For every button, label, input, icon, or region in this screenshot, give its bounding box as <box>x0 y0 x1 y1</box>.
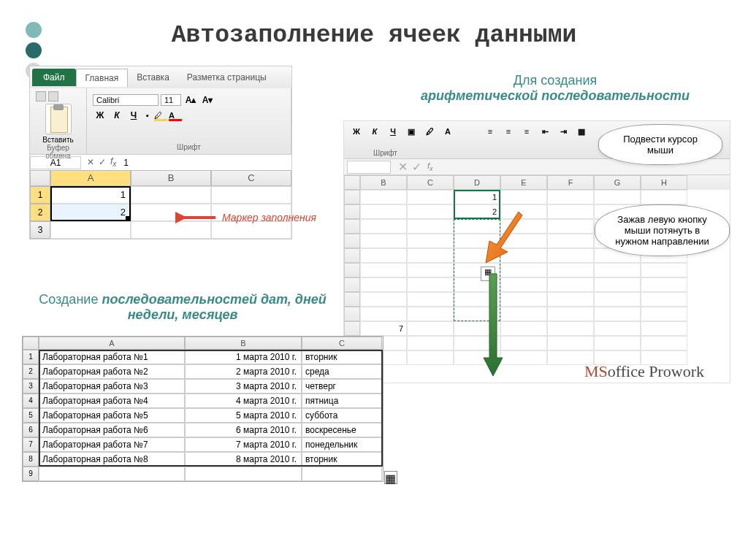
row-header[interactable] <box>344 248 360 263</box>
cut-icon[interactable] <box>36 91 46 101</box>
cell-a3[interactable] <box>50 221 131 239</box>
cell[interactable] <box>547 292 594 307</box>
row-header[interactable]: 1 <box>23 350 39 364</box>
font-name-select[interactable]: Calibri <box>93 94 159 106</box>
cell[interactable] <box>594 263 641 277</box>
col-header-b[interactable]: B <box>185 337 302 350</box>
col-header-a[interactable]: A <box>50 170 131 186</box>
cell[interactable] <box>302 467 382 481</box>
cell[interactable] <box>641 263 687 277</box>
row-header[interactable]: 4 <box>23 394 39 408</box>
cell[interactable] <box>407 234 454 248</box>
cell[interactable]: Лабораторная работа №2 <box>39 364 185 379</box>
tab-insert[interactable]: Вставка <box>128 69 178 86</box>
increase-font-icon[interactable]: A▴ <box>183 93 198 107</box>
cell[interactable]: Лабораторная работа №8 <box>39 452 185 467</box>
select-all-corner[interactable] <box>344 175 360 190</box>
cell-a2[interactable]: 2 <box>50 204 131 221</box>
cell[interactable] <box>360 263 407 277</box>
formula-bar-value[interactable]: 1 <box>123 158 129 168</box>
cell[interactable] <box>407 277 454 292</box>
cell[interactable] <box>407 321 454 336</box>
col-header-b[interactable]: B <box>131 170 211 186</box>
cell[interactable] <box>360 204 407 219</box>
cell[interactable]: пятница <box>302 394 382 408</box>
cell[interactable] <box>547 248 594 263</box>
autofill-options-icon[interactable]: ▦ <box>384 471 397 484</box>
row-header[interactable] <box>344 263 360 277</box>
col-header[interactable]: B <box>360 175 407 190</box>
col-header[interactable]: E <box>500 175 547 190</box>
select-all-corner[interactable] <box>30 170 50 186</box>
cell[interactable]: 1 <box>454 190 500 204</box>
cell[interactable]: 8 марта 2010 г. <box>185 452 302 467</box>
cell[interactable] <box>594 336 641 350</box>
cell[interactable]: вторник <box>302 452 382 467</box>
row-header[interactable] <box>344 277 360 292</box>
indent-dec-icon[interactable]: ⇤ <box>537 124 553 139</box>
row-header[interactable] <box>344 321 360 336</box>
cancel-icon[interactable]: ✕ <box>398 160 408 174</box>
cell[interactable]: воскресенье <box>302 423 382 437</box>
col-header-c[interactable]: C <box>211 170 291 186</box>
cell[interactable]: Лабораторная работа №7 <box>39 437 185 452</box>
cell[interactable] <box>39 467 185 481</box>
cell[interactable]: Лабораторная работа №1 <box>39 350 185 364</box>
fill-color-icon[interactable]: 🖊 <box>421 124 438 139</box>
cell[interactable] <box>407 248 454 263</box>
font-color-icon[interactable]: A <box>169 111 175 120</box>
cell[interactable] <box>360 307 407 321</box>
cell[interactable] <box>594 277 641 292</box>
underline-button[interactable]: Ч <box>385 124 401 139</box>
cell[interactable]: 2 марта 2010 г. <box>185 364 302 379</box>
row-header[interactable]: 7 <box>23 437 39 452</box>
cell[interactable] <box>407 190 454 204</box>
cell[interactable]: суббота <box>302 408 382 423</box>
fx-icon[interactable]: fx <box>110 156 116 168</box>
row-header[interactable]: 2 <box>23 364 39 379</box>
col-header[interactable]: C <box>407 175 454 190</box>
bold-button[interactable]: Ж <box>93 109 107 122</box>
col-header[interactable]: D <box>454 175 500 190</box>
cell[interactable] <box>547 219 594 234</box>
name-box[interactable]: A1 <box>30 156 81 169</box>
cell[interactable] <box>547 321 594 336</box>
row-header[interactable]: 8 <box>23 452 39 467</box>
enter-icon[interactable]: ✓ <box>99 157 106 167</box>
cell[interactable] <box>547 277 594 292</box>
row-header[interactable] <box>344 307 360 321</box>
paste-icon[interactable] <box>45 104 72 134</box>
cell[interactable] <box>547 263 594 277</box>
cell[interactable] <box>407 219 454 234</box>
col-header-c[interactable]: C <box>302 337 382 350</box>
cell[interactable] <box>407 204 454 219</box>
cell[interactable] <box>360 234 407 248</box>
cell[interactable]: 7 марта 2010 г. <box>185 437 302 452</box>
cell[interactable]: 6 марта 2010 г. <box>185 423 302 437</box>
cell[interactable] <box>407 263 454 277</box>
cell-a1[interactable]: 1 <box>50 186 131 204</box>
decrease-font-icon[interactable]: A▾ <box>200 93 215 107</box>
cell[interactable] <box>500 336 547 350</box>
cell[interactable] <box>500 292 547 307</box>
cell[interactable]: четверг <box>302 379 382 394</box>
align-right-icon[interactable]: ≡ <box>519 124 535 139</box>
col-header[interactable]: H <box>641 175 687 190</box>
cell[interactable] <box>500 321 547 336</box>
merge-icon[interactable]: ▦ <box>573 124 589 139</box>
cell[interactable]: Лабораторная работа №4 <box>39 394 185 408</box>
cell[interactable]: вторник <box>302 350 382 364</box>
tab-home[interactable]: Главная <box>76 69 129 87</box>
cell[interactable]: Лабораторная работа №3 <box>39 379 185 394</box>
border-icon[interactable]: ▣ <box>403 124 419 139</box>
indent-inc-icon[interactable]: ⇥ <box>555 124 571 139</box>
align-left-icon[interactable]: ≡ <box>482 124 498 139</box>
cell[interactable]: Лабораторная работа №6 <box>39 423 185 437</box>
cell[interactable] <box>547 204 594 219</box>
cell[interactable]: среда <box>302 364 382 379</box>
cell[interactable]: 1 марта 2010 г. <box>185 350 302 364</box>
cell[interactable]: понедельник <box>302 437 382 452</box>
cell[interactable] <box>641 190 687 204</box>
cell[interactable]: Лабораторная работа №5 <box>39 408 185 423</box>
cell[interactable] <box>500 190 547 204</box>
